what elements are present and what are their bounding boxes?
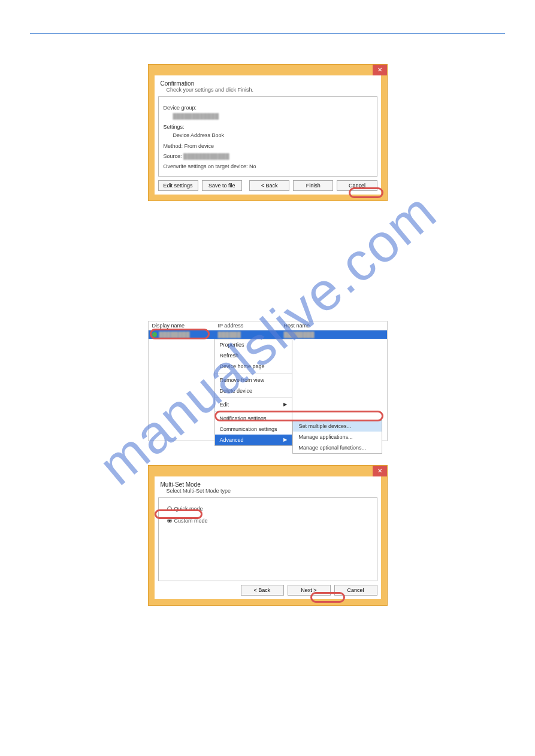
sub-manage-apps[interactable]: Manage applications... — [293, 432, 382, 442]
next-button[interactable]: Next > — [288, 585, 331, 596]
table-header: Display name IP address Host name — [149, 321, 387, 330]
close-icon[interactable]: ✕ — [373, 466, 387, 476]
ctx-advanced[interactable]: Advanced▶ — [215, 435, 292, 445]
dialog2-subtitle: Select Multi-Set Mode type — [161, 488, 375, 494]
custom-mode-radio[interactable]: Custom mode — [164, 515, 372, 527]
overwrite-label: Overwrite settings on target device: — [164, 163, 248, 169]
sub-manage-opt[interactable]: Manage optional functions... — [293, 442, 382, 453]
quick-mode-label: Quick mode — [174, 505, 203, 513]
dialog1-subtitle: Check your settings and click Finish. — [161, 87, 375, 93]
dialog1-titlebar: ✕ — [149, 65, 387, 75]
ctx-notif[interactable]: Notification settings — [215, 413, 292, 424]
confirmation-dialog: ✕ Confirmation Check your settings and c… — [148, 64, 388, 201]
method-value: From device — [185, 143, 214, 149]
chevron-right-icon: ▶ — [283, 402, 287, 407]
device-table: Display name IP address Host name ██████… — [148, 321, 388, 441]
dialog2-titlebar: ✕ — [149, 466, 387, 476]
top-rule — [30, 33, 505, 34]
dialog2-title: Multi-Set Mode — [161, 481, 375, 488]
ctx-properties[interactable]: Properties — [215, 339, 292, 350]
finish-button[interactable]: Finish — [293, 180, 333, 191]
back-button[interactable]: < Back — [249, 180, 289, 191]
dialog1-title: Confirmation — [161, 80, 375, 87]
radio-icon — [167, 506, 172, 511]
col-display[interactable]: Display name — [149, 321, 214, 330]
sub-set-multiple[interactable]: Set multiple devices... — [293, 421, 382, 432]
quick-mode-radio[interactable]: Quick mode — [164, 503, 372, 515]
row-display: ████████ — [159, 332, 190, 338]
ctx-remove[interactable]: Remove from view — [215, 375, 292, 385]
source-label: Source: — [164, 153, 182, 159]
context-menu: Properties Refresh Device home page Remo… — [214, 339, 292, 446]
back-button[interactable]: < Back — [241, 585, 284, 596]
row-host: ████████ — [280, 330, 387, 339]
method-label: Method: — [164, 143, 183, 149]
cancel-button[interactable]: Cancel — [337, 180, 377, 191]
col-host[interactable]: Host name — [280, 321, 387, 330]
radio-icon — [167, 518, 172, 523]
settings-value: Device Address Book — [164, 131, 372, 139]
ctx-edit[interactable]: Edit▶ — [215, 399, 292, 410]
advanced-submenu: Set multiple devices... Manage applicati… — [292, 420, 382, 454]
ctx-home[interactable]: Device home page — [215, 361, 292, 372]
settings-label: Settings: — [164, 123, 372, 131]
confirmation-panel: Device group: ████████████ Settings: Dev… — [158, 96, 377, 177]
col-ip[interactable]: IP address — [214, 321, 280, 330]
device-group-value: ████████████ — [164, 112, 372, 120]
ctx-delete[interactable]: Delete device — [215, 385, 292, 396]
ctx-refresh[interactable]: Refresh — [215, 350, 292, 361]
custom-mode-label: Custom mode — [174, 517, 208, 525]
mode-panel: Quick mode Custom mode — [158, 497, 377, 581]
ctx-comm[interactable]: Communication settings — [215, 424, 292, 435]
chevron-right-icon: ▶ — [283, 437, 287, 442]
edit-settings-button[interactable]: Edit settings — [158, 180, 198, 191]
overwrite-value: No — [249, 163, 256, 169]
source-value: ████████████ — [183, 153, 229, 159]
row-ip: ██████ — [214, 330, 280, 339]
multiset-dialog: ✕ Multi-Set Mode Select Multi-Set Mode t… — [148, 465, 388, 606]
device-group-label: Device group: — [164, 104, 372, 112]
cancel-button[interactable]: Cancel — [334, 585, 377, 596]
table-row[interactable]: ████████ ██████ ████████ — [149, 330, 387, 339]
status-dot-icon — [152, 332, 157, 337]
close-icon[interactable]: ✕ — [373, 65, 387, 75]
save-to-file-button[interactable]: Save to file — [202, 180, 242, 191]
